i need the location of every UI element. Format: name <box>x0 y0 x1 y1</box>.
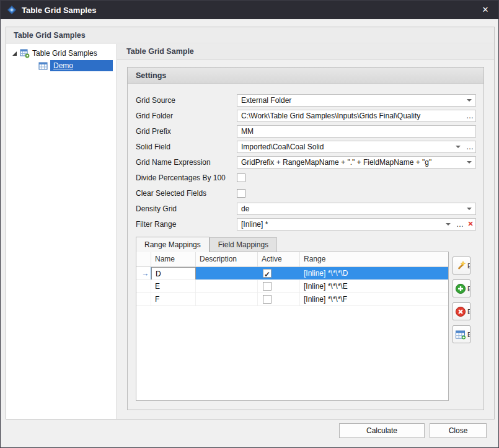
clear-selected-fields-checkbox[interactable] <box>237 189 245 198</box>
button-label: E <box>467 308 470 315</box>
chevron-down-icon[interactable] <box>456 146 461 148</box>
column-header-range[interactable]: Range <box>300 252 448 266</box>
close-button[interactable]: Close <box>430 423 487 438</box>
cell-description[interactable] <box>196 267 258 279</box>
divide-percentages-checkbox[interactable] <box>237 173 245 182</box>
solid-field-label: Solid Field <box>136 143 237 151</box>
cell-name-editor[interactable]: D <box>151 267 196 279</box>
grid-icon <box>38 61 48 71</box>
tab-range-mappings[interactable]: Range Mappings <box>136 237 210 252</box>
form-row-filter-range: Filter Range [Inline] * … ✕ <box>136 216 476 232</box>
solid-field-combobox[interactable]: Imported\Coal\Coal Solid … <box>237 141 476 153</box>
button-label: E <box>467 262 470 270</box>
grid-name-expression-combobox[interactable]: GridPrefix + RangeMapName + "." + FieldM… <box>237 156 476 169</box>
cell-description[interactable] <box>196 293 258 305</box>
row-indicator-cell: → <box>136 267 151 279</box>
grid-source-combobox[interactable]: External Folder <box>237 94 476 107</box>
chevron-down-icon[interactable] <box>467 161 472 164</box>
form-row-grid-source: Grid Source External Folder <box>136 92 476 108</box>
group-caption: Table Grid Samples <box>6 27 494 43</box>
cell-name[interactable]: F <box>151 293 196 305</box>
active-checkbox[interactable] <box>263 295 272 304</box>
grid-prefix-label: Grid Prefix <box>136 127 237 136</box>
grid-folder-input[interactable]: C:\Work\Table Grid Samples\Inputs\Grids … <box>237 110 476 122</box>
form-row-clear-selected-fields: Clear Selected Fields <box>136 185 476 201</box>
mappings-area: Name Description Active Range → D <box>136 252 484 401</box>
browse-ellipsis-icon[interactable]: … <box>454 219 466 230</box>
detail-body: Settings Grid Source External Folder <box>117 60 494 419</box>
grid-source-label: Grid Source <box>136 96 237 105</box>
edit-wand-button[interactable]: E <box>453 257 470 275</box>
row-indicator-arrow-icon: → <box>142 269 149 278</box>
settings-form: Grid Source External Folder Grid Folder <box>128 84 484 232</box>
delete-row-button[interactable]: E <box>453 302 470 320</box>
header-indicator-cell <box>136 252 151 266</box>
tree-expander-icon[interactable] <box>11 50 17 56</box>
tree-panel: Table Grid Samples Demo <box>6 44 117 419</box>
active-checkbox[interactable] <box>263 282 272 291</box>
row-indicator-cell <box>136 280 151 292</box>
table-header-row: Name Description Active Range <box>136 252 448 267</box>
tree-root-label: Table Grid Samples <box>32 49 97 58</box>
tree-demo-label[interactable]: Demo <box>50 60 113 71</box>
chevron-down-icon[interactable] <box>467 99 472 102</box>
x-circle-icon <box>455 306 466 317</box>
button-label: E <box>467 331 470 338</box>
dialog-body: Table Grid Samples <box>1 19 498 447</box>
cell-range[interactable]: [Inline] *\*\*\D <box>300 267 448 279</box>
cell-range[interactable]: [Inline] *\*\*\E <box>300 280 448 292</box>
close-icon[interactable]: ✕ <box>479 3 492 17</box>
clear-selected-fields-label: Clear Selected Fields <box>136 189 237 198</box>
group-content: Table Grid Samples Demo <box>6 44 494 419</box>
titlebar: Table Grid Samples ✕ <box>1 1 498 19</box>
mappings-tab-strip: Range Mappings Field Mappings <box>136 237 484 252</box>
table-row[interactable]: E [Inline] *\*\*\E <box>136 280 448 293</box>
active-checkbox[interactable] <box>263 269 272 278</box>
form-row-divide-percentages: Divide Percentages By 100 <box>136 170 476 185</box>
form-row-grid-name-expression: Grid Name Expression GridPrefix + RangeM… <box>136 154 476 170</box>
window-title: Table Grid Samples <box>22 6 96 15</box>
dialog-window: Table Grid Samples ✕ Table Grid Samples <box>0 0 499 448</box>
detail-panel: Table Grid Sample Settings Grid Source E… <box>117 44 494 419</box>
app-icon <box>7 5 17 15</box>
grid-source-value: External Folder <box>241 96 463 105</box>
tab-field-mappings[interactable]: Field Mappings <box>210 237 277 252</box>
calculate-button[interactable]: Calculate <box>339 423 425 438</box>
range-mappings-table: Name Description Active Range → D <box>136 252 449 401</box>
browse-ellipsis-icon[interactable]: … <box>464 141 475 152</box>
button-label: E <box>467 285 470 292</box>
chevron-down-icon[interactable] <box>467 208 472 210</box>
filter-range-value: [Inline] * <box>241 220 442 229</box>
footer-buttons: Calculate Close <box>339 423 487 438</box>
chevron-down-icon[interactable] <box>446 223 451 226</box>
magic-wand-icon <box>455 260 466 271</box>
cell-active <box>258 280 300 292</box>
filter-range-combobox[interactable]: [Inline] * … ✕ <box>237 218 476 231</box>
clear-filter-icon[interactable]: ✕ <box>466 220 475 228</box>
grid-prefix-input[interactable]: MM <box>237 125 476 138</box>
row-indicator-cell <box>136 293 151 305</box>
add-row-button[interactable]: E <box>453 279 470 297</box>
table-row[interactable]: F [Inline] *\*\*\F <box>136 293 448 306</box>
table-edit-button[interactable]: E <box>453 325 470 343</box>
filter-range-label: Filter Range <box>136 220 237 229</box>
grid-prefix-value: MM <box>241 127 475 136</box>
browse-ellipsis-icon[interactable]: … <box>464 110 475 121</box>
table-grid-samples-icon <box>20 48 30 58</box>
grid-name-expression-value: GridPrefix + RangeMapName + "." + FieldM… <box>241 158 463 167</box>
table-icon <box>455 329 466 340</box>
column-header-active[interactable]: Active <box>258 252 300 266</box>
detail-header: Table Grid Sample <box>117 44 494 60</box>
row-actions-toolbar: E E <box>453 252 470 401</box>
cell-name[interactable]: E <box>151 280 196 292</box>
cell-description[interactable] <box>196 280 258 292</box>
tree-node-root[interactable]: Table Grid Samples <box>6 47 117 59</box>
cell-active <box>258 267 300 279</box>
density-grid-combobox[interactable]: de <box>237 203 476 215</box>
table-row[interactable]: → D [Inline] *\*\*\D <box>136 267 448 280</box>
tree-node-demo[interactable]: Demo <box>6 59 117 72</box>
cell-active <box>258 293 300 305</box>
cell-range[interactable]: [Inline] *\*\*\F <box>300 293 448 305</box>
column-header-description[interactable]: Description <box>196 252 258 266</box>
column-header-name[interactable]: Name <box>151 252 196 266</box>
